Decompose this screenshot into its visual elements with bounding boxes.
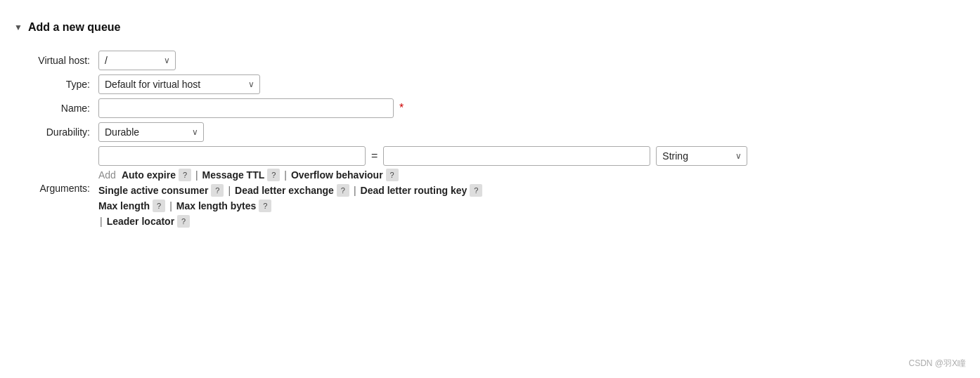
overflow-behaviour-link[interactable]: Overflow behaviour: [291, 169, 383, 181]
max-length-bytes-link[interactable]: Max length bytes: [176, 200, 257, 211]
dead-letter-routing-key-link[interactable]: Dead letter routing key: [361, 185, 468, 196]
arguments-label: Arguments:: [14, 146, 98, 230]
arguments-links: Add Auto expire ? | Message TTL ? | Over…: [98, 169, 963, 228]
name-control: *: [98, 98, 963, 118]
args-line-3: Max length ? | Max length bytes ?: [98, 200, 963, 212]
durability-select-wrapper: Durable Transient: [98, 122, 204, 142]
single-active-consumer-help[interactable]: ?: [211, 184, 224, 197]
name-input[interactable]: [98, 98, 394, 118]
dead-letter-exchange-link[interactable]: Dead letter exchange: [235, 185, 334, 196]
section-title: Add a new queue: [28, 21, 121, 34]
single-active-consumer-link[interactable]: Single active consumer: [98, 185, 208, 196]
type-control: Default for virtual host Classic Quorum …: [98, 74, 963, 94]
dead-letter-exchange-help[interactable]: ?: [337, 184, 349, 197]
name-label: Name:: [14, 98, 98, 118]
leader-locator-help[interactable]: ?: [177, 215, 190, 228]
durability-select[interactable]: Durable Transient: [98, 122, 204, 142]
max-length-help[interactable]: ?: [153, 200, 165, 212]
durability-row: Durability: Durable Transient: [14, 122, 963, 142]
message-ttl-link[interactable]: Message TTL: [202, 169, 265, 181]
type-label: Type:: [14, 74, 98, 94]
sep-2: |: [284, 169, 287, 181]
type-select[interactable]: Default for virtual host Classic Quorum …: [98, 74, 260, 94]
args-line-2: Single active consumer ? | Dead letter e…: [98, 184, 963, 197]
args-line-4: | Leader locator ?: [98, 215, 963, 228]
sep-1: |: [195, 169, 198, 181]
virtual-host-select-wrapper: /: [98, 51, 176, 70]
leader-locator-link[interactable]: Leader locator: [107, 216, 174, 227]
add-label: Add: [98, 169, 116, 181]
durability-control: Durable Transient: [98, 122, 963, 142]
chevron-down-icon: ▼: [14, 22, 22, 32]
equals-sign: =: [371, 150, 378, 162]
dead-letter-routing-key-help[interactable]: ?: [470, 184, 482, 197]
durability-label: Durability:: [14, 122, 98, 142]
sep-5: |: [169, 200, 172, 211]
virtual-host-select[interactable]: /: [98, 51, 176, 70]
type-select-wrapper: Default for virtual host Classic Quorum …: [98, 74, 260, 94]
argument-value-input[interactable]: [383, 146, 650, 166]
add-queue-container: ▼ Add a new queue Virtual host: / Type: …: [14, 14, 963, 242]
virtual-host-label: Virtual host:: [14, 51, 98, 70]
auto-expire-help[interactable]: ?: [179, 169, 191, 181]
arguments-control: = String Number Boolean List Add: [98, 146, 963, 230]
message-ttl-help[interactable]: ?: [267, 169, 280, 181]
form-table: Virtual host: / Type: Default for virtua…: [14, 46, 963, 235]
sep-4: |: [354, 185, 356, 196]
arguments-row: Arguments: = String Number Boolean List: [14, 146, 963, 230]
type-row: Type: Default for virtual host Classic Q…: [14, 74, 963, 94]
max-length-bytes-help[interactable]: ?: [259, 200, 271, 212]
max-length-link[interactable]: Max length: [98, 200, 150, 211]
overflow-behaviour-help[interactable]: ?: [386, 169, 399, 181]
virtual-host-row: Virtual host: /: [14, 51, 963, 70]
virtual-host-control: /: [98, 51, 963, 70]
auto-expire-link[interactable]: Auto expire: [122, 169, 176, 181]
argument-key-input[interactable]: [98, 146, 366, 166]
argument-type-select[interactable]: String Number Boolean List: [656, 146, 747, 166]
sep-6: |: [100, 216, 103, 227]
sep-3: |: [228, 185, 231, 196]
name-row: Name: *: [14, 98, 963, 118]
section-header: ▼ Add a new queue: [14, 21, 963, 34]
argument-type-select-wrapper: String Number Boolean List: [656, 146, 747, 166]
args-line-1: Add Auto expire ? | Message TTL ? | Over…: [98, 169, 963, 181]
required-star: *: [399, 102, 404, 114]
arguments-inputs-row: = String Number Boolean List: [98, 146, 963, 166]
